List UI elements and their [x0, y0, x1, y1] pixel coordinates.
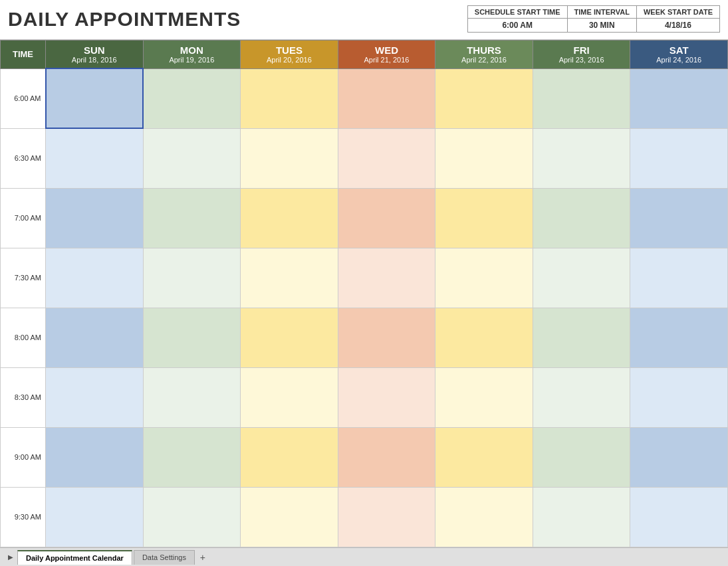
- time-interval-header: TIME INTERVAL: [567, 6, 636, 19]
- cell-r6-c3[interactable]: [338, 427, 435, 487]
- tab-add-button[interactable]: +: [196, 551, 209, 564]
- cell-r2-c6[interactable]: [630, 188, 728, 248]
- cell-r2-c5[interactable]: [533, 188, 630, 248]
- cell-r5-c3[interactable]: [338, 367, 435, 427]
- cell-r4-c0[interactable]: [46, 308, 144, 367]
- cell-r3-c0[interactable]: [46, 248, 144, 308]
- cell-r4-c3[interactable]: [338, 308, 435, 367]
- cell-r7-c2[interactable]: [241, 487, 338, 547]
- cell-r7-c0[interactable]: [46, 487, 144, 547]
- cell-r6-c6[interactable]: [630, 427, 728, 487]
- cell-r3-c4[interactable]: [435, 248, 533, 308]
- tab-data-settings[interactable]: Data Settings: [134, 550, 195, 565]
- top-bar: DAILY APPOINTMENTS SCHEDULE START TIME T…: [0, 0, 728, 40]
- cell-r1-c6[interactable]: [630, 128, 728, 188]
- time-cell-2: 7:00 AM: [1, 188, 46, 248]
- cell-r5-c4[interactable]: [435, 367, 533, 427]
- schedule-start-time-header: SCHEDULE START TIME: [467, 6, 567, 19]
- cell-r0-c2[interactable]: [241, 68, 338, 128]
- cell-r1-c5[interactable]: [533, 128, 630, 188]
- settings-table: SCHEDULE START TIME TIME INTERVAL WEEK S…: [467, 5, 720, 33]
- header-sun: SUN April 18, 2016: [46, 41, 144, 69]
- cell-r2-c4[interactable]: [435, 188, 533, 248]
- week-start-date-value[interactable]: 4/18/16: [636, 19, 719, 33]
- time-cell-1: 6:30 AM: [1, 128, 46, 188]
- cell-r6-c4[interactable]: [435, 427, 533, 487]
- cell-r5-c5[interactable]: [533, 367, 630, 427]
- thurs-day-date: April 22, 2016: [437, 56, 531, 64]
- cell-r7-c5[interactable]: [533, 487, 630, 547]
- time-cell-7: 9:30 AM: [1, 487, 46, 547]
- tab-daily-appointment[interactable]: Daily Appointment Calendar: [17, 550, 132, 565]
- sun-day-name: SUN: [47, 45, 142, 56]
- tab-scroll-left[interactable]: ▶: [5, 552, 16, 563]
- calendar-table: TIME SUN April 18, 2016 MON April 19, 20…: [0, 40, 728, 547]
- thurs-day-name: THURS: [437, 45, 531, 56]
- header-sat: SAT April 24, 2016: [630, 41, 728, 69]
- cell-r0-c4[interactable]: [435, 68, 533, 128]
- cell-r0-c1[interactable]: [143, 68, 241, 128]
- cell-r3-c5[interactable]: [533, 248, 630, 308]
- cell-r1-c3[interactable]: [338, 128, 435, 188]
- cell-r0-c5[interactable]: [533, 68, 630, 128]
- mon-day-name: MON: [145, 45, 239, 56]
- calendar-container: TIME SUN April 18, 2016 MON April 19, 20…: [0, 40, 728, 547]
- cell-r7-c1[interactable]: [143, 487, 241, 547]
- cell-r5-c0[interactable]: [46, 367, 144, 427]
- tues-day-name: TUES: [242, 45, 336, 56]
- time-cell-3: 7:30 AM: [1, 248, 46, 308]
- cell-r7-c6[interactable]: [630, 487, 728, 547]
- cell-r1-c1[interactable]: [143, 128, 241, 188]
- cell-r4-c5[interactable]: [533, 308, 630, 367]
- sun-day-date: April 18, 2016: [47, 56, 142, 64]
- week-start-date-header: WEEK START DATE: [636, 6, 719, 19]
- cell-r6-c2[interactable]: [241, 427, 338, 487]
- cell-r7-c3[interactable]: [338, 487, 435, 547]
- cell-r4-c4[interactable]: [435, 308, 533, 367]
- header-tues: TUES April 20, 2016: [241, 41, 338, 69]
- cell-r4-c2[interactable]: [241, 308, 338, 367]
- cell-r4-c6[interactable]: [630, 308, 728, 367]
- time-cell-6: 9:00 AM: [1, 427, 46, 487]
- header-thurs: THURS April 22, 2016: [435, 41, 533, 69]
- cell-r4-c1[interactable]: [143, 308, 241, 367]
- header-fri: FRI April 23, 2016: [533, 41, 630, 69]
- fri-day-name: FRI: [535, 45, 629, 56]
- cell-r3-c3[interactable]: [338, 248, 435, 308]
- cell-r5-c2[interactable]: [241, 367, 338, 427]
- tab-bar: ▶ Daily Appointment Calendar Data Settin…: [0, 547, 728, 566]
- time-column-header: TIME: [1, 41, 46, 69]
- header-mon: MON April 19, 2016: [143, 41, 241, 69]
- cell-r7-c4[interactable]: [435, 487, 533, 547]
- cell-r0-c3[interactable]: [338, 68, 435, 128]
- cell-r3-c1[interactable]: [143, 248, 241, 308]
- cell-r5-c1[interactable]: [143, 367, 241, 427]
- fri-day-date: April 23, 2016: [535, 56, 629, 64]
- cell-r1-c4[interactable]: [435, 128, 533, 188]
- time-cell-4: 8:00 AM: [1, 308, 46, 367]
- sat-day-name: SAT: [632, 45, 726, 56]
- header-wed: WED April 21, 2016: [338, 41, 435, 69]
- mon-day-date: April 19, 2016: [145, 56, 239, 64]
- cell-r1-c2[interactable]: [241, 128, 338, 188]
- time-interval-value[interactable]: 30 MIN: [567, 19, 636, 33]
- cell-r3-c2[interactable]: [241, 248, 338, 308]
- schedule-start-time-value[interactable]: 6:00 AM: [467, 19, 567, 33]
- cell-r2-c1[interactable]: [143, 188, 241, 248]
- cell-r2-c2[interactable]: [241, 188, 338, 248]
- cell-r6-c1[interactable]: [143, 427, 241, 487]
- cell-r6-c5[interactable]: [533, 427, 630, 487]
- cell-r3-c6[interactable]: [630, 248, 728, 308]
- cell-r5-c6[interactable]: [630, 367, 728, 427]
- cell-r1-c0[interactable]: [46, 128, 144, 188]
- cell-r0-c6[interactable]: [630, 68, 728, 128]
- cell-r0-c0[interactable]: [46, 68, 144, 128]
- cell-r2-c0[interactable]: [46, 188, 144, 248]
- time-cell-0: 6:00 AM: [1, 68, 46, 128]
- app-title: DAILY APPOINTMENTS: [8, 5, 241, 31]
- cell-r2-c3[interactable]: [338, 188, 435, 248]
- wed-day-date: April 21, 2016: [340, 56, 434, 64]
- sat-day-date: April 24, 2016: [632, 56, 726, 64]
- cell-r6-c0[interactable]: [46, 427, 144, 487]
- wed-day-name: WED: [340, 45, 434, 56]
